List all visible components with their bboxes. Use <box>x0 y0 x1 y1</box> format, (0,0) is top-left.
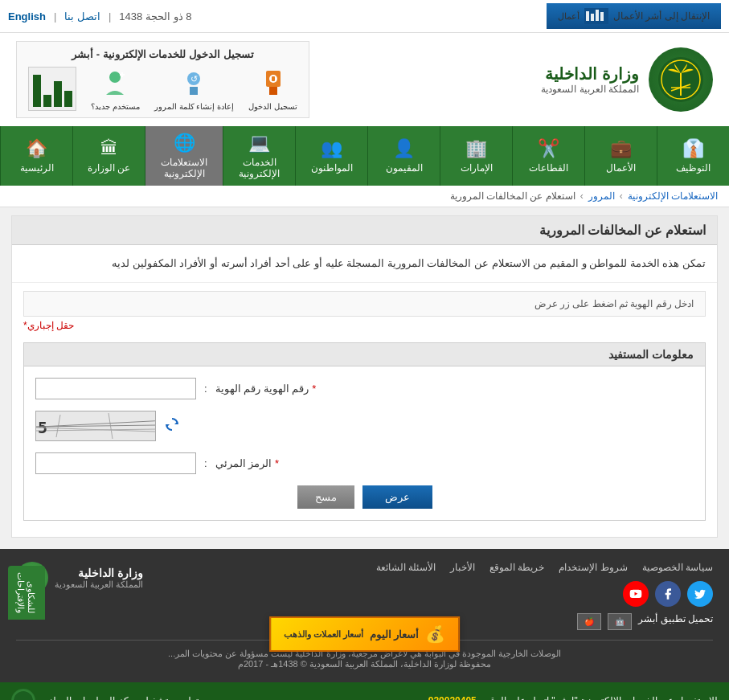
display-button[interactable]: عرض <box>362 485 432 509</box>
footer-link-terms[interactable]: شروط الإستخدام <box>559 562 627 573</box>
footer-ministry-sub: المملكة العربية السعودية <box>55 579 143 590</box>
nav-item-eservices[interactable]: 💻 الخدمات الإلكترونية <box>223 126 295 186</box>
section-title: معلومات المستفيد <box>23 342 706 366</box>
business-label: الأعمال <box>606 162 636 174</box>
footer-link-faq[interactable]: الأسئلة الشائعة <box>376 562 436 573</box>
home-icon: 🏠 <box>26 138 47 159</box>
reset-icon: ↺ <box>178 67 210 99</box>
id-field-row: * رقم الهوية رقم الهوية : <box>35 378 694 399</box>
footer-link-sitemap[interactable]: خريطة الموقع <box>489 562 544 573</box>
login-service-item[interactable]: تسجيل الدخول <box>248 67 297 111</box>
stats-service-item[interactable] <box>28 67 76 111</box>
complaints-button[interactable]: للشكاوى والإقتراحات <box>8 566 45 620</box>
captcha-row: 6305 <box>35 411 694 441</box>
electronic-label: الاستعلامات الإلكترونية <box>158 157 210 179</box>
reset-service-item[interactable]: ↺ إعادة إنشاء كلمة المرور <box>154 67 234 111</box>
phone-number[interactable]: 920020405 <box>428 695 477 700</box>
captcha-input[interactable] <box>35 452 196 474</box>
sectors-icon: ✂️ <box>538 138 559 159</box>
svg-rect-8 <box>272 76 275 81</box>
nav-item-residents[interactable]: 👤 المقيمون <box>367 126 440 186</box>
nav-item-ministry[interactable]: 🏛 عن الوزارة <box>72 126 145 186</box>
android-icon: 🤖 <box>615 617 625 626</box>
nav-item-citizens[interactable]: 👥 المواطنون <box>295 126 367 186</box>
employment-icon: 👔 <box>682 138 704 159</box>
emirates-icon: 🏢 <box>465 138 487 159</box>
svg-rect-11 <box>190 87 198 95</box>
svg-text:6305: 6305 <box>36 418 52 437</box>
clear-button[interactable]: مسح <box>297 485 354 509</box>
footer-links: سياسة الخصوصية شروط الإستخدام خريطة المو… <box>376 562 713 573</box>
top-bar-right: الإنتقال إلى أشر الأعمال أعمال <box>547 3 721 29</box>
breadcrumb-sep-2: › <box>580 190 584 202</box>
social-icons <box>376 581 713 607</box>
reset-label: إعادة إنشاء كلمة المرور <box>154 102 234 111</box>
facebook-icon[interactable] <box>655 581 681 607</box>
nav-item-electronic[interactable]: 🌐 الاستعلامات الإلكترونية <box>145 126 223 186</box>
main-nav: 👔 التوظيف 💼 الأعمال ✂️ القطاعات 🏢 الإمار… <box>0 126 729 186</box>
ad-text: أسعار اليوم <box>370 628 420 641</box>
breadcrumb-link-traffic[interactable]: المرور <box>588 190 615 202</box>
service-title: تسجيل الدخول للخدمات الإلكترونية - أبشر <box>28 48 297 60</box>
overlay-ad[interactable]: 💰 أسعار اليوم أسعار العملات والذهب <box>269 616 461 652</box>
ncit-logo: NC <box>11 689 35 700</box>
citizens-icon: 👥 <box>321 138 342 159</box>
refresh-icon <box>164 416 180 432</box>
abar-button[interactable]: الإنتقال إلى أشر الأعمال أعمال <box>547 3 721 29</box>
ncit-text: تطوير وتشغيل مركز المعلومات الوطني <box>42 695 199 700</box>
android-store-button[interactable]: 🤖 <box>608 613 632 630</box>
ministry-logo-text: وزارة الداخلية <box>541 64 639 84</box>
twitter-icon[interactable] <box>687 581 713 607</box>
breadcrumb-link-electronic[interactable]: الاستعلامات الإلكترونية <box>628 190 718 202</box>
nav-item-business[interactable]: 💼 الأعمال <box>584 126 657 186</box>
captcha-label: * الرمز المرئي <box>215 457 279 469</box>
footer-ministry-name: وزارة الداخلية <box>55 567 143 579</box>
contact-label[interactable]: اتصل بنا <box>64 10 100 23</box>
page-title: استعلام عن المخالفات المرورية <box>12 216 717 245</box>
top-bar-left: English | اتصل بنا | 8 ذو الحجة 1438 <box>8 10 191 23</box>
top-bar: English | اتصل بنا | 8 ذو الحجة 1438 الإ… <box>0 0 729 33</box>
footer-link-privacy[interactable]: سياسة الخصوصية <box>642 562 713 573</box>
apple-icon: 🍎 <box>584 617 594 626</box>
newuser-service-item[interactable]: مستخدم جديد؟ <box>91 67 140 111</box>
captcha-refresh-button[interactable] <box>164 416 180 436</box>
header: تسجيل الدخول للخدمات الإلكترونية - أبشر … <box>0 33 729 126</box>
youtube-icon[interactable] <box>623 581 649 607</box>
nav-item-emirates[interactable]: 🏢 الإمارات <box>440 126 512 186</box>
ad-sub: أسعار العملات والذهب <box>284 629 363 640</box>
home-label: الرئيسية <box>20 162 54 174</box>
apple-store-button[interactable]: 🍎 <box>577 613 601 630</box>
suggestions-label: والإقتراحات <box>16 572 26 613</box>
svg-rect-6 <box>269 87 277 95</box>
description-text: تمكن هذه الخدمة للمواطن و المقيم من الاس… <box>12 245 717 283</box>
bottom-bar-right: تطوير وتشغيل مركز المعلومات الوطني NC <box>11 689 199 700</box>
captcha-input-row: * الرمز المرئي : <box>35 452 694 474</box>
svg-point-12 <box>109 72 121 83</box>
english-link[interactable]: English <box>8 10 46 23</box>
required-note: *حقل إجباري <box>12 317 717 334</box>
bottom-bar-left: للاستفسار عن الخدمات الالكترونية "ابشر" … <box>428 695 718 700</box>
ministry-emblem <box>649 47 713 112</box>
footer-link-news[interactable]: الأخبار <box>450 562 475 573</box>
citizens-label: المواطنون <box>311 162 353 174</box>
svg-rect-2 <box>591 14 594 21</box>
captcha-svg: 6305 <box>36 411 155 441</box>
ad-icon: 💰 <box>425 624 445 644</box>
bottom-bar: للاستفسار عن الخدمات الالكترونية "ابشر" … <box>0 682 729 700</box>
id-hint-bar: ادخل رقم الهوية ثم اضغط على زر عرض <box>23 291 706 317</box>
ministry-logo-sub: المملكة العربية السعودية <box>541 84 639 95</box>
residents-label: المقيمون <box>386 162 423 174</box>
nav-item-sectors[interactable]: ✂️ القطاعات <box>512 126 584 186</box>
svg-rect-4 <box>600 12 604 21</box>
nav-item-home[interactable]: 🏠 الرئيسية <box>0 126 72 186</box>
svg-text:↺: ↺ <box>190 74 198 84</box>
id-number-input[interactable] <box>35 378 196 399</box>
svg-rect-3 <box>596 10 599 21</box>
nav-item-employment[interactable]: 👔 التوظيف <box>657 126 729 186</box>
complaints-label: للشكاوى <box>27 581 36 613</box>
header-services: تسجيل الدخول للخدمات الإلكترونية - أبشر … <box>16 41 309 118</box>
id-label-text: رقم الهوية <box>215 383 261 395</box>
ministry-label: عن الوزارة <box>88 162 130 174</box>
captcha-image: 6305 <box>35 411 156 441</box>
id-field-label: * رقم الهوية رقم الهوية <box>215 383 317 395</box>
